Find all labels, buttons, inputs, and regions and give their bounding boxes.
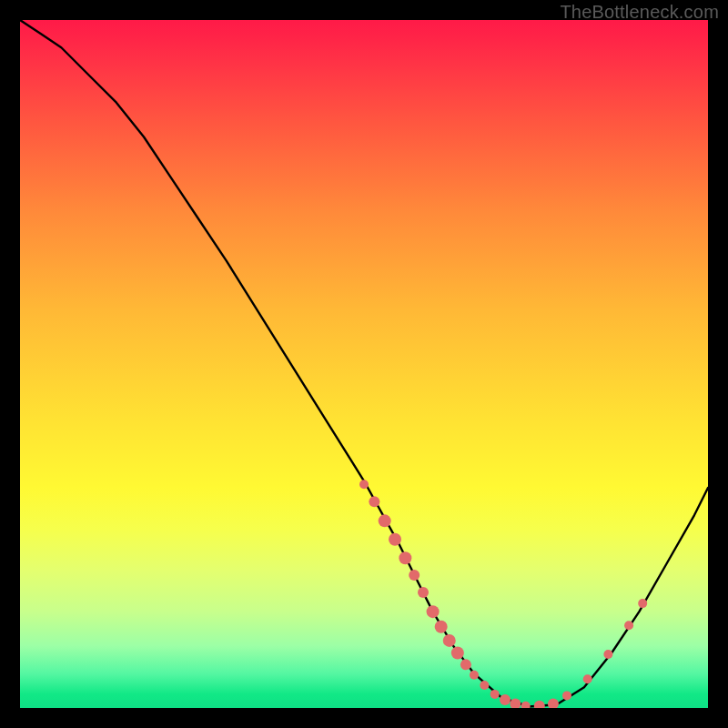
highlight-dots	[359, 480, 647, 708]
highlight-dot	[427, 605, 440, 618]
highlight-dot	[359, 480, 369, 489]
highlight-dot	[480, 681, 489, 690]
highlight-dot	[500, 694, 511, 705]
bottleneck-curve-svg	[20, 20, 708, 708]
highlight-dot	[562, 691, 571, 700]
chart-container: TheBottleneck.com	[0, 0, 728, 728]
highlight-dot	[435, 621, 448, 633]
plot-area	[20, 20, 708, 708]
highlight-dot	[534, 701, 545, 708]
highlight-dot	[389, 533, 401, 546]
bottleneck-curve-line	[20, 20, 708, 706]
highlight-dot	[443, 634, 456, 647]
highlight-dot	[409, 570, 420, 581]
highlight-dot	[624, 621, 633, 630]
highlight-dot	[583, 674, 592, 683]
highlight-dot	[451, 647, 464, 660]
highlight-dot	[418, 587, 429, 598]
highlight-dot	[521, 702, 531, 708]
highlight-dot	[399, 551, 411, 564]
highlight-dot	[369, 496, 379, 507]
highlight-dot	[603, 650, 612, 659]
highlight-dot	[490, 690, 500, 699]
highlight-dot	[460, 659, 471, 670]
attribution-label: TheBottleneck.com	[560, 2, 719, 23]
highlight-dot	[470, 671, 479, 680]
highlight-dot	[638, 599, 647, 608]
highlight-dot	[379, 514, 391, 527]
highlight-dot	[548, 698, 559, 708]
